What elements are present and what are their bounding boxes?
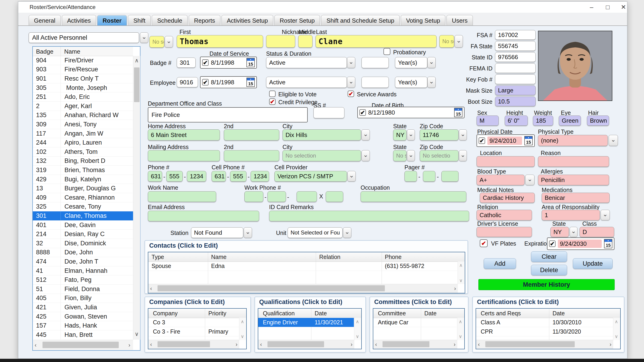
qualification-column-header[interactable]: Qualification [263, 310, 295, 317]
employee-status-dropdown-button[interactable]: ⌄ [347, 77, 355, 88]
location-field[interactable] [476, 156, 535, 167]
contact-row[interactable]: SpouseEdna(631) 555-9872 [148, 262, 457, 271]
tab-voting-setup[interactable]: Voting Setup [401, 15, 445, 26]
credit-privilege-checkbox[interactable]: ✔ [269, 98, 276, 105]
personnel-row[interactable]: 401Dee, Gavin [33, 220, 133, 230]
badge-column-header[interactable]: Badge [36, 48, 53, 55]
personnel-row[interactable]: 901Resc Only T [33, 74, 133, 84]
committees-table[interactable]: CommitteeDateAntique Car∧∨‹› [373, 308, 465, 349]
vertical-scrollbar[interactable]: ∧∨ [239, 318, 246, 340]
personnel-row[interactable]: 474Doe, John T [33, 257, 133, 266]
personnel-row[interactable]: 445Han, Brett [33, 330, 133, 340]
employee-duration-unit-select[interactable]: Year(s) [395, 77, 427, 88]
area-of-responsability-dropdown-button[interactable]: ⌄ [600, 210, 610, 220]
scroll-left-icon[interactable]: ‹ [375, 342, 377, 347]
personnel-row[interactable]: 425Gowan, Steven [33, 312, 133, 321]
scroll-thumb[interactable] [158, 285, 385, 291]
personnel-row[interactable]: 512Fato, Peg [33, 275, 133, 284]
license-state-select[interactable]: NY [550, 227, 569, 237]
tab-shift-and-schedule-setup[interactable]: Shift and Schedule Setup [321, 15, 400, 26]
tab-roster-setup[interactable]: Roster Setup [274, 15, 320, 26]
company-column-header[interactable]: Company [153, 310, 178, 317]
scroll-up-icon[interactable]: ∧ [135, 58, 139, 63]
scroll-left-icon[interactable]: ‹ [150, 286, 152, 291]
personnel-row[interactable]: 117Angan, Jim W [33, 129, 133, 138]
scroll-right-icon[interactable]: › [128, 342, 130, 348]
maximize-icon[interactable]: □ [602, 3, 613, 11]
personnel-row[interactable]: 421Given, Julia [33, 303, 133, 312]
blood-type-dropdown-button[interactable]: ⌄ [525, 175, 534, 185]
personnel-row[interactable]: 409Cesare, Rhiannon [33, 193, 133, 202]
religion-field[interactable]: Catholic [476, 210, 532, 220]
middle-name-field[interactable] [298, 35, 312, 48]
fema-id-field[interactable] [495, 63, 536, 73]
date-checkbox[interactable]: ✔ [202, 59, 208, 66]
id-card-remarks-field[interactable] [269, 211, 469, 221]
date-checkbox[interactable]: ✔ [202, 79, 208, 86]
fsa-field[interactable]: 167002 [495, 30, 536, 40]
reason-field[interactable] [538, 156, 609, 167]
scroll-up-icon[interactable]: ∧ [241, 319, 244, 324]
add-button[interactable]: Add [484, 258, 516, 269]
scroll-up-icon[interactable]: ∧ [356, 319, 359, 324]
scroll-right-icon[interactable]: › [610, 342, 612, 347]
personnel-row[interactable]: 132Bing, Robert D [33, 157, 133, 166]
vertical-scrollbar[interactable]: ∧∨ [458, 262, 465, 284]
personnel-row[interactable]: 319Brien, Thomas [33, 166, 133, 175]
scroll-left-icon[interactable]: ‹ [150, 342, 152, 347]
horizontal-scrollbar[interactable]: ‹› [148, 340, 239, 349]
scroll-right-icon[interactable]: › [351, 342, 352, 347]
cell-provider-dropdown-button[interactable]: ⌄ [348, 171, 356, 182]
home-state-select[interactable]: NY [393, 129, 406, 140]
phone-prefix-field[interactable]: 555 [166, 171, 183, 182]
date-of-birth-field[interactable]: ✔ 8/12/1980 15 [357, 107, 464, 118]
department-office-class-field[interactable]: Fire Police [148, 107, 308, 122]
personnel-row[interactable]: 157Hads, Hank [33, 321, 133, 330]
date-value[interactable]: 9/24/2030 [558, 240, 602, 248]
physical-type-select[interactable]: (none) [538, 135, 608, 146]
calendar-icon[interactable]: 15 [454, 108, 462, 117]
tab-reports[interactable]: Reports [189, 15, 220, 26]
personnel-row[interactable]: 8888Doe, John [33, 248, 133, 257]
personnel-vertical-scrollbar[interactable]: ∧ ∨ [133, 56, 140, 340]
vertical-scrollbar[interactable]: ∧∨ [457, 318, 464, 340]
horizontal-scrollbar[interactable]: ‹› [476, 340, 613, 349]
mailing-2nd-field[interactable] [224, 150, 279, 161]
first-name-field[interactable]: Thomas [177, 35, 263, 48]
badge-duration-unit-select[interactable]: Year(s) [395, 57, 427, 68]
scroll-down-icon[interactable]: ∨ [615, 334, 618, 339]
physical-date-field[interactable]: ✔ 9/24/2010 15 [476, 134, 535, 147]
qualification-row[interactable]: Engine Driver11/30/2021 [258, 318, 354, 327]
home-state-dropdown-button[interactable]: ⌄ [407, 129, 415, 140]
personnel-row[interactable]: 214Desian, Ray C [33, 230, 133, 239]
cell-prefix-field[interactable]: 555 [230, 171, 246, 182]
contacts-table[interactable]: TypeNameRelationPhoneSpouseEdna(631) 555… [148, 252, 465, 294]
certification-row[interactable]: CPR11/30/2020 [476, 327, 613, 336]
phone-line-field[interactable]: 1234 [187, 171, 206, 182]
calendar-icon[interactable]: 15 [246, 58, 255, 67]
certs-and-reqs-column-header[interactable]: Certs and Reqs [481, 310, 521, 317]
license-state-dropdown-button[interactable]: ⌄ [570, 227, 578, 237]
mailing-state-select[interactable]: No s [393, 150, 406, 161]
phone-area-field[interactable]: 631 [148, 171, 162, 182]
scroll-thumb[interactable] [382, 341, 430, 347]
work-phone-line-field[interactable] [296, 191, 317, 202]
occupation-field[interactable] [360, 191, 466, 202]
scroll-thumb[interactable] [158, 341, 210, 347]
personnel-row[interactable]: 305 Monte, Joseph [33, 84, 133, 93]
personnel-row[interactable]: 102Athers, Tom [33, 148, 133, 157]
work-phone-prefix-field[interactable] [268, 191, 286, 202]
delete-button[interactable]: Delete [531, 265, 567, 275]
horizontal-scrollbar[interactable]: ‹› [258, 340, 354, 349]
personnel-row[interactable]: 325Cesare, Tony [33, 202, 133, 212]
personnel-row[interactable]: 41Elman, Hannah [33, 266, 133, 276]
personnel-filter-dropdown-button[interactable]: ⌄ [140, 32, 148, 43]
scroll-down-icon[interactable]: ∨ [356, 334, 359, 339]
scroll-down-icon[interactable]: ∨ [135, 331, 139, 337]
badge-status-dropdown-button[interactable]: ⌄ [347, 57, 355, 68]
tab-general[interactable]: General [29, 15, 61, 26]
close-icon[interactable]: ✕ [618, 3, 629, 11]
scroll-down-icon[interactable]: ∨ [459, 278, 463, 283]
service-awards-checkbox[interactable]: ✔ [348, 90, 354, 97]
personnel-row[interactable]: 13Burger, Douglas G [33, 184, 133, 193]
